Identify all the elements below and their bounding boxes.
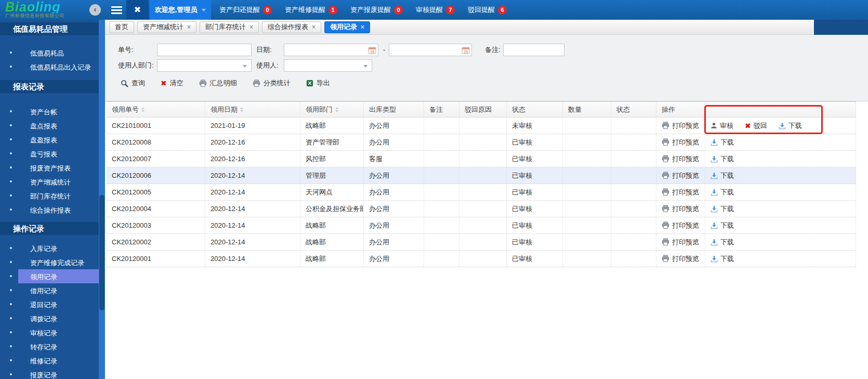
download-button[interactable]: 下载 [711, 238, 734, 247]
table-row-selected[interactable]: CK20120006 2020-12-14 管理层 办公用 已审核 打印预览 下… [107, 167, 856, 184]
tab-asset-change-stats[interactable]: 资产增减统计 × [137, 21, 196, 33]
calendar-icon[interactable]: 15 [368, 46, 376, 55]
notification-reject[interactable]: 驳回提醒 6 [468, 5, 507, 15]
sidebar-item-borrow-records[interactable]: 借用记录 [0, 283, 99, 297]
sidebar-item-dump-records[interactable]: 转存记录 [0, 339, 99, 354]
date-to-input[interactable] [389, 44, 471, 56]
remark-input[interactable] [504, 44, 564, 56]
tab-dept-stock-stats[interactable]: 部门库存统计 × [200, 21, 259, 33]
export-button[interactable]: 导出 [306, 79, 330, 88]
cell-order-no: CK20120007 [107, 151, 205, 167]
close-icon[interactable]: × [361, 23, 364, 31]
download-button[interactable]: 下载 [779, 121, 802, 130]
table-row[interactable]: CK20120002 2020-12-14 战略部 办公用 已审核 打印预览 下… [107, 234, 856, 251]
calendar-icon[interactable]: 15 [462, 46, 470, 55]
sidebar-item-asset-ledger[interactable]: 资产台帐 [0, 104, 99, 119]
sidebar-item-repair-records[interactable]: 维修记录 [0, 354, 99, 368]
table-row[interactable]: CK20120005 2020-12-14 天河网点 办公用 已审核 打印预览 … [107, 184, 856, 201]
sidebar-item-surplus-report[interactable]: 盘盈报表 [0, 133, 99, 147]
table-row[interactable]: CK20120004 2020-12-14 公积金及担保业务部 办公用 已审核 … [107, 201, 856, 217]
sidebar-item-consumables[interactable]: 低值易耗品 [0, 46, 99, 60]
collapse-back-icon[interactable]: ‹ [89, 4, 101, 16]
cell-remark [424, 117, 459, 134]
download-button[interactable]: 下载 [711, 171, 734, 180]
download-button[interactable]: 下载 [711, 154, 734, 164]
table-row[interactable]: CK20120003 2020-12-14 战略部 办公用 已审核 打印预览 下… [107, 217, 856, 234]
print-preview-button[interactable]: 打印预览 [662, 238, 699, 247]
cell-extra-actions: 下载 [705, 234, 856, 250]
cell-remark [424, 167, 459, 184]
tab-combined-report[interactable]: 综合操作报表 × [262, 21, 321, 33]
col-remark: 备注 [424, 102, 459, 117]
clear-button[interactable]: ✖ 清空 [161, 79, 183, 88]
review-button[interactable]: 审核 [711, 121, 733, 130]
download-button[interactable]: 下载 [711, 188, 734, 197]
table-row[interactable]: CK20120007 2020-12-16 风控部 客服 已审核 打印预览 下载 [107, 151, 856, 167]
query-button[interactable]: 查询 [121, 79, 145, 88]
sort-icon[interactable] [141, 107, 144, 112]
print-preview-button[interactable]: 打印预览 [662, 171, 699, 180]
tab-requisition-records[interactable]: 领用记录 × [324, 21, 370, 33]
sidebar-scrollbar[interactable] [99, 20, 105, 379]
sidebar-section-reports: 报表记录 [0, 80, 99, 93]
print-preview-button[interactable]: 打印预览 [662, 121, 699, 130]
sidebar-item-repair-complete-records[interactable]: 资产维修完成记录 [0, 255, 99, 269]
printer-icon [662, 138, 669, 146]
print-preview-button[interactable]: 打印预览 [662, 138, 699, 147]
col-date[interactable]: 领用日期 [205, 102, 300, 117]
cell-order-no: CK20120003 [107, 217, 205, 233]
sidebar-item-loss-report[interactable]: 盘亏报表 [0, 147, 99, 161]
cell-quantity [563, 251, 611, 267]
close-icon[interactable]: × [312, 23, 315, 31]
sidebar-item-return-records[interactable]: 退回记录 [0, 297, 99, 311]
category-stats-button[interactable]: 分类统计 [253, 79, 291, 88]
notification-asset-repair[interactable]: 资产维修提醒 1 [285, 5, 337, 15]
user-menu-button[interactable]: 欢迎您,管理员 [150, 0, 211, 20]
download-button[interactable]: 下载 [711, 254, 734, 264]
date-from-input[interactable] [284, 44, 378, 56]
sidebar-item-requisition-records[interactable]: 领用记录 [0, 269, 99, 283]
printer-icon [662, 255, 669, 263]
print-preview-button[interactable]: 打印预览 [662, 204, 699, 214]
download-button[interactable]: 下载 [711, 138, 734, 147]
close-icon[interactable]: × [249, 23, 253, 31]
print-preview-button[interactable]: 打印预览 [662, 188, 699, 197]
summary-detail-button[interactable]: 汇总明细 [199, 79, 237, 88]
department-select[interactable] [157, 59, 252, 72]
col-order-no[interactable]: 领用单号 [107, 102, 205, 117]
print-preview-button[interactable]: 打印预览 [662, 154, 699, 164]
notification-review[interactable]: 审核提醒 7 [416, 5, 455, 15]
order-no-input[interactable] [157, 44, 251, 56]
sort-icon[interactable] [335, 107, 338, 112]
menu-icon[interactable] [111, 6, 122, 16]
close-icon[interactable]: ✖ [126, 0, 149, 20]
cell-status-2 [611, 234, 656, 250]
sidebar-item-inventory-report[interactable]: 盘点报表 [0, 119, 99, 133]
print-preview-button[interactable]: 打印预览 [662, 254, 699, 264]
download-button[interactable]: 下载 [711, 221, 734, 230]
print-preview-button[interactable]: 打印预览 [662, 221, 699, 230]
sidebar-item-review-records[interactable]: 审核记录 [0, 325, 99, 339]
reject-button[interactable]: ✖ 驳回 [745, 121, 767, 130]
sidebar-item-combined-report[interactable]: 综合操作报表 [0, 203, 99, 217]
table-row[interactable]: CK20120001 2020-12-14 战略部 办公用 已审核 打印预览 下… [107, 251, 856, 267]
sidebar-item-scrap-report[interactable]: 报废资产报表 [0, 161, 99, 175]
download-button[interactable]: 下载 [711, 204, 734, 214]
table-row[interactable]: CK20120008 2020-12-16 资产管理部 办公用 已审核 打印预览… [107, 134, 856, 151]
sidebar-item-transfer-records[interactable]: 调拨记录 [0, 311, 99, 325]
close-icon[interactable]: × [187, 23, 191, 31]
table-row[interactable]: CK21010001 2021-01-19 战略部 办公用 未审核 打印预览 审… [107, 117, 856, 134]
col-department[interactable]: 领用部门 [300, 102, 364, 117]
notification-asset-return[interactable]: 资产归还提醒 0 [219, 5, 272, 15]
notification-asset-scrap[interactable]: 资产报废提醒 0 [350, 5, 403, 15]
cell-extra-actions: 审核 ✖ 驳回 下载 [705, 117, 856, 134]
user-select[interactable] [284, 59, 372, 72]
sidebar-item-consumables-io[interactable]: 低值易耗品出入记录 [0, 60, 99, 74]
sidebar-item-dept-stock-stats[interactable]: 部门库存统计 [0, 189, 99, 203]
sidebar-item-inbound-records[interactable]: 入库记录 [0, 241, 99, 255]
tab-home[interactable]: 首页 [109, 21, 134, 33]
sidebar-scrollbar-thumb[interactable] [99, 195, 104, 310]
sidebar-item-scrap-records[interactable]: 报废记录 [0, 368, 99, 379]
sidebar-item-asset-change-stats[interactable]: 资产增减统计 [0, 175, 99, 189]
sort-icon[interactable] [240, 107, 243, 112]
